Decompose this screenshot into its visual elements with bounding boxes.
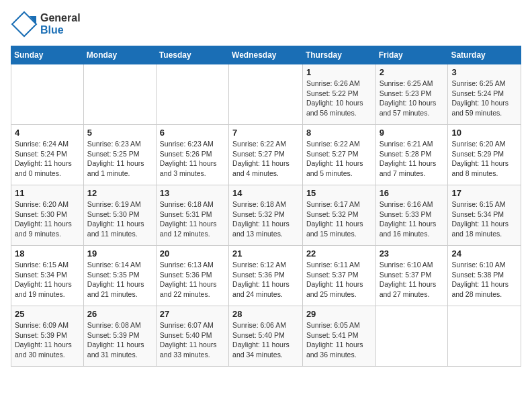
calendar-cell: 27Sunrise: 6:07 AMSunset: 5:40 PMDayligh… xyxy=(156,306,228,367)
calendar-cell: 1Sunrise: 6:26 AMSunset: 5:22 PMDaylight… xyxy=(302,64,375,125)
calendar-cell: 14Sunrise: 6:18 AMSunset: 5:32 PMDayligh… xyxy=(229,185,303,246)
day-number: 10 xyxy=(451,128,517,138)
day-detail: Sunrise: 6:15 AMSunset: 5:34 PMDaylight:… xyxy=(15,260,80,300)
day-detail: Sunrise: 6:26 AMSunset: 5:22 PMDaylight:… xyxy=(306,79,372,118)
calendar-cell xyxy=(375,306,448,367)
calendar-week-1: 1Sunrise: 6:26 AMSunset: 5:22 PMDaylight… xyxy=(11,64,521,125)
day-detail: Sunrise: 6:25 AMSunset: 5:23 PMDaylight:… xyxy=(380,79,445,118)
calendar-cell: 2Sunrise: 6:25 AMSunset: 5:23 PMDaylight… xyxy=(375,64,448,125)
calendar-cell: 18Sunrise: 6:15 AMSunset: 5:34 PMDayligh… xyxy=(11,246,84,306)
calendar-cell: 16Sunrise: 6:16 AMSunset: 5:33 PMDayligh… xyxy=(375,185,448,246)
day-number: 14 xyxy=(232,188,299,198)
weekday-header-sunday: Sunday xyxy=(11,46,84,64)
calendar-cell: 9Sunrise: 6:21 AMSunset: 5:28 PMDaylight… xyxy=(375,125,448,185)
day-detail: Sunrise: 6:25 AMSunset: 5:24 PMDaylight:… xyxy=(451,79,517,118)
day-detail: Sunrise: 6:22 AMSunset: 5:27 PMDaylight:… xyxy=(232,139,299,179)
day-number: 13 xyxy=(160,188,225,198)
logo: GeneralBlue xyxy=(11,11,81,38)
calendar-cell: 29Sunrise: 6:05 AMSunset: 5:41 PMDayligh… xyxy=(302,306,375,367)
day-detail: Sunrise: 6:23 AMSunset: 5:26 PMDaylight:… xyxy=(160,139,225,179)
day-number: 6 xyxy=(160,128,225,138)
day-detail: Sunrise: 6:18 AMSunset: 5:32 PMDaylight:… xyxy=(232,199,299,239)
calendar-cell: 8Sunrise: 6:22 AMSunset: 5:27 PMDaylight… xyxy=(302,125,375,185)
calendar-cell: 19Sunrise: 6:14 AMSunset: 5:35 PMDayligh… xyxy=(83,246,156,306)
weekday-header-saturday: Saturday xyxy=(448,46,521,64)
calendar-cell: 26Sunrise: 6:08 AMSunset: 5:39 PMDayligh… xyxy=(83,306,156,367)
calendar-week-3: 11Sunrise: 6:20 AMSunset: 5:30 PMDayligh… xyxy=(11,185,521,246)
day-detail: Sunrise: 6:05 AMSunset: 5:41 PMDaylight:… xyxy=(306,320,372,360)
day-number: 2 xyxy=(380,67,445,77)
calendar-week-4: 18Sunrise: 6:15 AMSunset: 5:34 PMDayligh… xyxy=(11,246,521,306)
calendar-cell: 25Sunrise: 6:09 AMSunset: 5:39 PMDayligh… xyxy=(11,306,84,367)
day-detail: Sunrise: 6:10 AMSunset: 5:37 PMDaylight:… xyxy=(380,260,445,300)
day-number: 16 xyxy=(380,188,445,198)
calendar-cell: 4Sunrise: 6:24 AMSunset: 5:24 PMDaylight… xyxy=(11,125,84,185)
calendar-cell: 5Sunrise: 6:23 AMSunset: 5:25 PMDaylight… xyxy=(83,125,156,185)
day-detail: Sunrise: 6:11 AMSunset: 5:37 PMDaylight:… xyxy=(306,260,372,300)
day-number: 18 xyxy=(15,248,80,259)
day-detail: Sunrise: 6:09 AMSunset: 5:39 PMDaylight:… xyxy=(15,320,80,360)
day-number: 17 xyxy=(451,188,517,198)
calendar-cell xyxy=(11,64,84,125)
day-detail: Sunrise: 6:13 AMSunset: 5:36 PMDaylight:… xyxy=(160,260,225,300)
day-number: 8 xyxy=(306,128,372,138)
day-number: 12 xyxy=(87,188,152,198)
day-detail: Sunrise: 6:16 AMSunset: 5:33 PMDaylight:… xyxy=(380,199,445,239)
day-number: 5 xyxy=(87,128,152,138)
day-number: 4 xyxy=(15,128,80,138)
day-detail: Sunrise: 6:22 AMSunset: 5:27 PMDaylight:… xyxy=(306,139,372,179)
weekday-header-monday: Monday xyxy=(83,46,156,64)
calendar-cell: 15Sunrise: 6:17 AMSunset: 5:32 PMDayligh… xyxy=(302,185,375,246)
calendar-cell xyxy=(229,64,303,125)
day-detail: Sunrise: 6:18 AMSunset: 5:31 PMDaylight:… xyxy=(160,199,225,239)
day-number: 26 xyxy=(87,309,152,319)
calendar-cell: 20Sunrise: 6:13 AMSunset: 5:36 PMDayligh… xyxy=(156,246,228,306)
calendar-week-2: 4Sunrise: 6:24 AMSunset: 5:24 PMDaylight… xyxy=(11,125,521,185)
day-detail: Sunrise: 6:23 AMSunset: 5:25 PMDaylight:… xyxy=(87,139,152,179)
calendar-cell: 22Sunrise: 6:11 AMSunset: 5:37 PMDayligh… xyxy=(302,246,375,306)
day-number: 11 xyxy=(15,188,80,198)
calendar-cell: 13Sunrise: 6:18 AMSunset: 5:31 PMDayligh… xyxy=(156,185,228,246)
calendar-cell xyxy=(83,64,156,125)
day-number: 7 xyxy=(232,128,299,138)
page-header: GeneralBlue xyxy=(11,11,521,38)
calendar-cell: 28Sunrise: 6:06 AMSunset: 5:40 PMDayligh… xyxy=(229,306,303,367)
day-detail: Sunrise: 6:14 AMSunset: 5:35 PMDaylight:… xyxy=(87,260,152,300)
weekday-header-thursday: Thursday xyxy=(302,46,375,64)
day-number: 23 xyxy=(380,248,445,259)
day-number: 9 xyxy=(380,128,445,138)
calendar-cell: 7Sunrise: 6:22 AMSunset: 5:27 PMDaylight… xyxy=(229,125,303,185)
day-number: 19 xyxy=(87,248,152,259)
weekday-header-tuesday: Tuesday xyxy=(156,46,228,64)
day-detail: Sunrise: 6:20 AMSunset: 5:30 PMDaylight:… xyxy=(15,199,80,239)
day-number: 28 xyxy=(232,309,299,319)
svg-marker-0 xyxy=(12,12,36,36)
day-detail: Sunrise: 6:08 AMSunset: 5:39 PMDaylight:… xyxy=(87,320,152,360)
weekday-header-wednesday: Wednesday xyxy=(229,46,303,64)
day-detail: Sunrise: 6:07 AMSunset: 5:40 PMDaylight:… xyxy=(160,320,225,360)
logo-general: General xyxy=(40,12,81,24)
day-detail: Sunrise: 6:21 AMSunset: 5:28 PMDaylight:… xyxy=(380,139,445,179)
day-detail: Sunrise: 6:06 AMSunset: 5:40 PMDaylight:… xyxy=(232,320,299,360)
day-number: 20 xyxy=(160,248,225,259)
calendar-week-5: 25Sunrise: 6:09 AMSunset: 5:39 PMDayligh… xyxy=(11,306,521,367)
day-number: 1 xyxy=(306,67,372,77)
calendar-cell: 21Sunrise: 6:12 AMSunset: 5:36 PMDayligh… xyxy=(229,246,303,306)
day-detail: Sunrise: 6:24 AMSunset: 5:24 PMDaylight:… xyxy=(15,139,80,179)
day-number: 29 xyxy=(306,309,372,319)
calendar-cell: 17Sunrise: 6:15 AMSunset: 5:34 PMDayligh… xyxy=(448,185,521,246)
weekday-header-friday: Friday xyxy=(375,46,448,64)
calendar-cell xyxy=(448,306,521,367)
calendar-table: SundayMondayTuesdayWednesdayThursdayFrid… xyxy=(11,46,521,367)
day-detail: Sunrise: 6:17 AMSunset: 5:32 PMDaylight:… xyxy=(306,199,372,239)
day-detail: Sunrise: 6:20 AMSunset: 5:29 PMDaylight:… xyxy=(451,139,517,179)
calendar-cell: 23Sunrise: 6:10 AMSunset: 5:37 PMDayligh… xyxy=(375,246,448,306)
day-number: 22 xyxy=(306,248,372,259)
calendar-cell: 24Sunrise: 6:10 AMSunset: 5:38 PMDayligh… xyxy=(448,246,521,306)
calendar-cell: 3Sunrise: 6:25 AMSunset: 5:24 PMDaylight… xyxy=(448,64,521,125)
logo-svg xyxy=(11,11,38,38)
day-number: 21 xyxy=(232,248,299,259)
day-detail: Sunrise: 6:10 AMSunset: 5:38 PMDaylight:… xyxy=(451,260,517,300)
logo-blue: Blue xyxy=(40,24,81,36)
calendar-cell xyxy=(156,64,228,125)
